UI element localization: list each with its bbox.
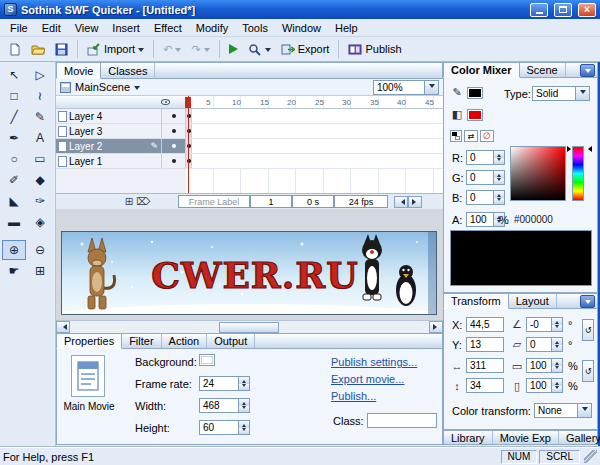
scale-height-stepper[interactable]: 100 — [526, 378, 563, 393]
tab-movie[interactable]: Movie — [56, 62, 101, 79]
hue-marker-left-icon[interactable] — [567, 146, 574, 152]
layer-row[interactable]: Layer 3 — [56, 124, 443, 139]
preview-button[interactable] — [244, 39, 275, 59]
rectangle-tool[interactable]: ▭ — [28, 149, 52, 169]
scale-width-stepper[interactable]: 100 — [526, 358, 563, 373]
frame-label-field[interactable]: Frame Label — [178, 195, 250, 208]
rotate-stepper[interactable]: -0 — [526, 317, 563, 332]
publish-settings-link[interactable]: Publish settings... — [331, 356, 417, 368]
playhead-marker[interactable] — [185, 97, 191, 108]
eyedropper-tool[interactable]: ✑ — [28, 191, 52, 211]
skew-spinner[interactable] — [552, 337, 563, 352]
canvas-workspace[interactable]: CWER.RU — [56, 209, 443, 333]
tab-transform[interactable]: Transform — [443, 293, 509, 309]
canvas-horizontal-scrollbar[interactable] — [56, 320, 443, 333]
insert-frame-button[interactable]: ⊞ — [122, 195, 136, 209]
a-input[interactable]: 100 — [466, 212, 494, 227]
subselect-tool[interactable]: ▷ — [28, 65, 52, 85]
swap-colors-button[interactable]: ⇄ — [464, 130, 478, 142]
menu-modify[interactable]: Modify — [189, 21, 235, 35]
free-transform-tool[interactable]: □ — [2, 86, 26, 106]
height-stepper[interactable]: 60 — [199, 420, 250, 435]
timeline-scroll-right-button[interactable] — [408, 196, 422, 208]
frame-rate-input[interactable]: 24 — [199, 376, 239, 391]
layer-frames[interactable] — [186, 154, 443, 169]
timeline-ruler[interactable]: 5 10 15 20 25 30 35 40 45 — [186, 96, 443, 109]
background-color-button[interactable] — [199, 354, 215, 366]
tab-layout[interactable]: Layout — [509, 294, 557, 308]
color-transform-dropdown-button[interactable] — [578, 403, 592, 418]
frame-rate-stepper[interactable]: 24 — [199, 376, 250, 391]
layer-frames[interactable] — [186, 124, 443, 139]
color-field[interactable] — [510, 146, 566, 201]
delete-frame-button[interactable]: ⌦ — [136, 195, 150, 209]
menu-help[interactable]: Help — [328, 21, 365, 35]
scale-height-spinner[interactable] — [552, 378, 563, 393]
layer-frames[interactable] — [186, 139, 443, 154]
layer-row-selected[interactable]: Layer 2✎ — [56, 139, 443, 154]
tab-classes[interactable]: Classes — [101, 63, 155, 78]
r-input[interactable]: 0 — [466, 150, 494, 165]
line-tool[interactable]: ╱ — [2, 107, 26, 127]
width-stepper[interactable]: 468 — [199, 398, 250, 413]
layer-visibility-toggle[interactable] — [162, 139, 186, 154]
r-stepper[interactable]: 0 — [466, 150, 505, 165]
open-button[interactable] — [27, 39, 49, 59]
layer-row[interactable]: Layer 1 — [56, 154, 443, 169]
class-input[interactable] — [367, 413, 437, 428]
scrollbar-thumb[interactable] — [219, 322, 279, 333]
color-transform-select[interactable]: None — [534, 403, 592, 418]
publish-button[interactable]: Publish — [344, 39, 405, 59]
transform-collapse-button[interactable] — [580, 295, 595, 308]
new-button[interactable] — [4, 39, 25, 59]
minimize-button[interactable] — [530, 3, 548, 17]
resize-grip[interactable] — [584, 450, 597, 463]
height-spinner[interactable] — [239, 420, 250, 435]
zoom-value[interactable]: 100% — [373, 80, 425, 95]
layer-row[interactable]: Layer 4 — [56, 109, 443, 124]
color-transform-value[interactable]: None — [534, 403, 578, 418]
timeline-zoom-select[interactable]: 100% — [373, 80, 439, 95]
tab-color-mixer[interactable]: Color Mixer — [443, 62, 520, 78]
scene-dropdown-icon[interactable] — [134, 86, 140, 93]
publish-link[interactable]: Publish... — [331, 390, 376, 402]
export-movie-link[interactable]: Export movie... — [331, 373, 404, 385]
b-spinner[interactable] — [494, 190, 505, 205]
skew-input[interactable]: 0 — [526, 337, 552, 352]
no-color-button[interactable]: ∅ — [480, 130, 494, 142]
b-stepper[interactable]: 0 — [466, 190, 505, 205]
tab-scene[interactable]: Scene — [520, 63, 566, 77]
scale-height-input[interactable]: 100 — [526, 378, 552, 393]
b-input[interactable]: 0 — [466, 190, 494, 205]
g-spinner[interactable] — [494, 170, 505, 185]
menu-effect[interactable]: Effect — [147, 21, 189, 35]
frame-rate-field[interactable]: 24 fps — [334, 195, 388, 208]
rotate-input[interactable]: -0 — [526, 317, 552, 332]
redo-button[interactable]: ↷ — [187, 39, 213, 59]
eraser-tool[interactable]: ▬ — [2, 212, 26, 232]
layer-visibility-toggle[interactable] — [162, 124, 186, 139]
x-input[interactable]: 44,5 — [466, 317, 504, 332]
save-button[interactable] — [51, 39, 72, 59]
menu-insert[interactable]: Insert — [105, 21, 147, 35]
play-movie-button[interactable] — [225, 39, 242, 59]
pen-tool[interactable]: ✒ — [2, 128, 26, 148]
pencil-tool[interactable]: ✎ — [28, 107, 52, 127]
zoom-out-tool[interactable]: ⊖ — [28, 240, 52, 260]
tab-action[interactable]: Action — [162, 334, 208, 348]
r-spinner[interactable] — [494, 150, 505, 165]
scroll-left-button[interactable] — [56, 321, 70, 333]
paint-bucket-tool[interactable]: ◣ — [2, 191, 26, 211]
scale-width-spinner[interactable] — [552, 358, 563, 373]
width-spinner[interactable] — [239, 398, 250, 413]
fill-type-value[interactable]: Solid — [532, 86, 576, 101]
g-input[interactable]: 0 — [466, 170, 494, 185]
tab-library[interactable]: Library — [444, 431, 493, 444]
menu-view[interactable]: View — [68, 21, 106, 35]
height-input[interactable]: 60 — [199, 420, 239, 435]
stroke-color-control[interactable]: ✎ — [450, 86, 483, 99]
fill-color-control[interactable]: ◧ — [450, 108, 483, 121]
hue-strip[interactable] — [572, 146, 584, 201]
menu-tools[interactable]: Tools — [235, 21, 275, 35]
close-button[interactable]: × — [578, 3, 596, 17]
